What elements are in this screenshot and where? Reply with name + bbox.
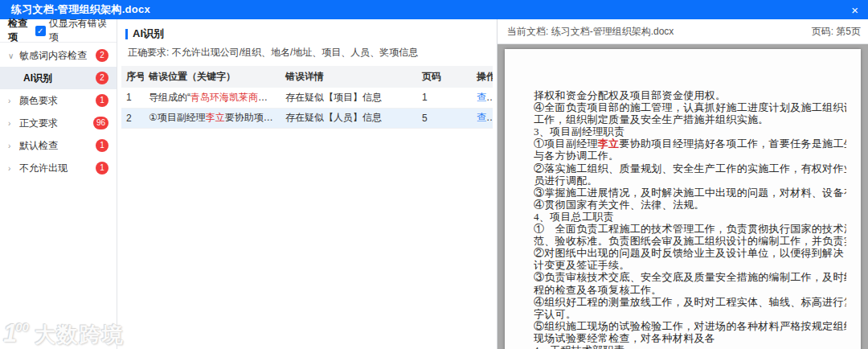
cell-keyword: ①项目副经理李立要协助项目经理搞好各...	[144, 108, 280, 128]
chevron-right-icon: ›	[8, 119, 19, 128]
preview-canvas[interactable]: 择权和资金分配权及项目部资金使用权。④全面负责项目部的施工管理，认真抓好施工进度…	[497, 44, 868, 349]
page-number-label: 页码: 第5页	[812, 25, 861, 39]
document-content: 择权和资金分配权及项目部资金使用权。④全面负责项目部的施工管理，认真抓好施工进度…	[534, 89, 846, 349]
error-only-filter[interactable]: ✓ 仅显示有错误项	[35, 17, 111, 44]
sidebar-item-label: 正文要求	[19, 117, 58, 130]
view-link[interactable]: 查看	[477, 92, 493, 103]
document-line: ④贯彻国家有关文件、法律、法规。	[534, 199, 846, 211]
error-count-badge: 1	[96, 162, 108, 174]
sidebar-item-label: 颜色要求	[19, 94, 58, 108]
accent-bar	[125, 29, 128, 39]
document-line: 程的检查及各项复核工作。	[534, 284, 846, 296]
document-line: ①项目副经理李立要协助项目经理搞好各项工作，首要任务是施工生产，搞好	[534, 138, 846, 150]
preview-header: 当前文档: 练习文档-管理组织架构.docx 页码: 第5页	[497, 19, 868, 44]
cell-index: 2	[121, 108, 144, 128]
table-row[interactable]: 1 导组成的“青岛环海凯莱商务酒店改造工... 存在疑似【项目】信息 1 查看	[121, 88, 493, 108]
cell-index: 1	[121, 88, 144, 108]
document-line: 字认可。	[534, 308, 846, 320]
error-count-badge: 1	[96, 139, 108, 152]
checkbox-label: 仅显示有错误项	[49, 17, 111, 44]
sidebar-item-label: 不允许出现	[19, 162, 68, 175]
sidebar-item-not-allowed[interactable]: › 不允许出现 1	[0, 157, 117, 179]
document-line: 4、工程技术部职责	[534, 344, 846, 349]
document-line: ④组织好工程的测量放线工作，及时对工程实体、轴线、标高进行复核，并签	[534, 296, 846, 308]
chevron-down-icon: ∨	[8, 51, 19, 60]
sidebar-item-label: 敏感词内容检查	[19, 49, 87, 63]
error-table: 序号 错误位置（关键字） 错误详情 页码 操作 1 导组成的“青岛环海凯莱商务酒…	[121, 66, 493, 129]
chevron-right-icon: ›	[8, 96, 19, 105]
table-header-row: 序号 错误位置（关键字） 错误详情 页码 操作	[121, 66, 493, 88]
cell-detail: 存在疑似【项目】信息	[280, 88, 417, 108]
sidebar-item-ai-recognition[interactable]: AI识别 2	[0, 67, 117, 89]
sidebar-item-body-requirements[interactable]: › 正文要求 96	[0, 112, 117, 134]
document-line: 范、验收标准。负责图纸会审及施工组织设计的编制工作，并负责实施。	[534, 235, 846, 247]
error-count-badge: 1	[96, 94, 108, 107]
check-items-sidebar: 检查项 ✓ 仅显示有错误项 ∨ 敏感词内容检查 2 AI识别 2 ›	[0, 19, 117, 349]
chevron-right-icon: ›	[8, 164, 19, 173]
document-line: 工作，组织制定质量及安全生产措施并组织实施。	[534, 113, 846, 125]
document-line: 员进行调配。	[534, 174, 846, 187]
document-line: ④全面负责项目部的施工管理，认真抓好施工进度计划及施工组织设计的编制	[534, 101, 846, 113]
error-count-badge: 96	[93, 117, 108, 129]
sidebar-item-sensitive-words[interactable]: ∨ 敏感词内容检查 2	[0, 44, 117, 67]
document-line: 3、项目副经理职责	[534, 125, 846, 138]
header-cell-action: 操作	[472, 66, 493, 88]
sidebar-item-default-check[interactable]: › 默认检查 1	[0, 134, 117, 157]
cell-detail: 存在疑似【人员】信息	[280, 108, 417, 128]
header-cell-detail: 错误详情	[280, 66, 417, 88]
cell-page: 1	[417, 88, 472, 108]
error-count-badge: 2	[96, 49, 108, 62]
main-area: 检查项 ✓ 仅显示有错误项 ∨ 敏感词内容检查 2 AI识别 2 ›	[0, 19, 868, 349]
close-icon[interactable]: ×	[851, 4, 858, 16]
view-link[interactable]: 查看	[477, 112, 493, 123]
header-cell-keyword: 错误位置（关键字）	[144, 66, 280, 88]
header-cell-index: 序号	[121, 66, 144, 88]
checkbox-checked-icon[interactable]: ✓	[35, 26, 46, 36]
chevron-right-icon: ›	[8, 142, 19, 150]
sidebar-header-label: 检查项	[8, 17, 35, 44]
error-count-badge: 2	[96, 72, 108, 84]
requirement-text: 正确要求: 不允许出现公司/组织、地名/地址、项目、人员、奖项信息	[117, 43, 497, 66]
header-cell-page: 页码	[417, 66, 472, 88]
document-line: ②落实施工组织、质量规划、安全生产工作的实施工作，有权对作业队施工人	[534, 162, 846, 174]
document-preview-panel: 当前文档: 练习文档-管理组织架构.docx 页码: 第5页 择权和资金分配权及…	[497, 19, 868, 349]
table-row[interactable]: 2 ①项目副经理李立要协助项目经理搞好各... 存在疑似【人员】信息 5 查看	[121, 108, 493, 128]
panel-header: AI识别	[117, 19, 497, 43]
document-line: ① 全面负责工程施工的技术管理工作，负责贯彻执行国家的技术法规、规	[534, 223, 846, 235]
document-line: 4、项目总工职责	[534, 211, 846, 223]
document-line: ③掌握施工进展情况，及时解决施工中出现的问题，对材料、设备有权协调。	[534, 187, 846, 199]
error-list-panel: AI识别 正确要求: 不允许出现公司/组织、地名/地址、项目、人员、奖项信息 序…	[117, 19, 497, 349]
document-title: 练习文档-管理组织架构.docx	[11, 2, 150, 17]
cell-page: 5	[417, 108, 472, 128]
sidebar-item-label: 默认检查	[19, 139, 58, 153]
check-items-tree: ∨ 敏感词内容检查 2 AI识别 2 › 颜色要求 1 › 正文要求 96	[0, 43, 117, 179]
document-line: 与各方协调工作。	[534, 150, 846, 162]
window-titlebar: 练习文档-管理组织架构.docx ×	[0, 0, 868, 19]
document-line: ③负责审核技术交底、安全交底及质量安全措施的编制工作，及时组织隐蔽工	[534, 271, 846, 283]
sidebar-item-label: AI识别	[23, 72, 52, 85]
cell-keyword: 导组成的“青岛环海凯莱商务酒店改造工...	[144, 88, 280, 108]
document-line: 择权和资金分配权及项目部资金使用权。	[534, 89, 846, 101]
current-doc-label: 当前文档: 练习文档-管理组织架构.docx	[507, 25, 674, 39]
document-line: ②对图纸中出现的问题及时反馈给业主及设计单位，以便得到解决，并办好设	[534, 247, 846, 259]
document-line: 现场试验要经常检查，对各种材料及各	[534, 332, 846, 344]
sidebar-item-color-requirements[interactable]: › 颜色要求 1	[0, 89, 117, 112]
document-page: 择权和资金分配权及项目部资金使用权。④全面负责项目部的施工管理，认真抓好施工进度…	[505, 49, 861, 349]
app-window: 练习文档-管理组织架构.docx × 检查项 ✓ 仅显示有错误项 ∨ 敏感词内容…	[0, 0, 868, 349]
document-line: ⑤组织施工现场的试验检验工作，对进场的各种材料严格按规定组织复检，对	[534, 320, 846, 332]
panel-title: AI识别	[133, 27, 164, 41]
sidebar-header: 检查项 ✓ 仅显示有错误项	[0, 19, 117, 43]
document-line: 计变更及签证手续。	[534, 259, 846, 271]
